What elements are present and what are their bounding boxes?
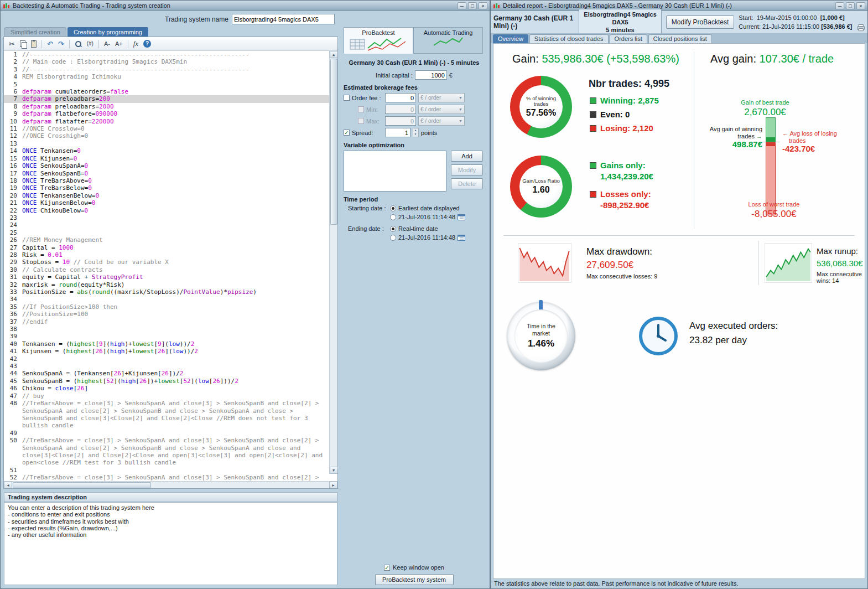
code-line[interactable]: 38 (4, 326, 329, 333)
code-line[interactable]: 41Kijunsen = (highest[26](high)+lowest[2… (4, 348, 329, 355)
code-line[interactable]: 12//ONCE Crosshigh=0 (4, 132, 329, 140)
code-line[interactable]: 24 (4, 221, 329, 229)
min-fee-checkbox[interactable] (358, 106, 364, 112)
code-line[interactable]: 28Risk = 0.01 (4, 251, 329, 259)
code-area[interactable]: 1//-------------------------------------… (4, 51, 337, 481)
maximize-icon[interactable]: □ (468, 2, 477, 9)
code-line[interactable]: 33PositionSize = abs(round((maxrisk/Stop… (4, 288, 329, 296)
cut-icon[interactable]: ✂ (9, 40, 15, 48)
code-line[interactable]: 29StopLoss = 10 // Could be our variable… (4, 259, 329, 266)
code-line[interactable]: 44SenkouSpanA = (Tenkansen[26]+Kijunsen[… (4, 370, 329, 377)
order-fee-input[interactable] (385, 93, 416, 102)
decrease-font-icon[interactable]: A- (104, 41, 110, 47)
code-line[interactable]: 49 (4, 430, 329, 437)
code-line[interactable]: 40Tenkansen = (highest[9](high)+lowest[9… (4, 340, 329, 348)
description-textarea[interactable]: You can enter a description of this trad… (4, 502, 337, 585)
code-line[interactable]: 19ONCE TreBarsBelow=0 (4, 184, 329, 192)
code-line[interactable]: 22ONCE ChikouBelow=0 (4, 207, 329, 214)
min-fee-unit-dropdown[interactable]: € / order▼ (418, 105, 465, 114)
undo-icon[interactable]: ↶ (47, 40, 53, 48)
close-icon[interactable]: × (856, 2, 865, 9)
code-line[interactable]: 16ONCE SenkouSpanA=0 (4, 162, 329, 169)
tab-statistics-of-closed-trades[interactable]: Statistics of closed trades (529, 34, 609, 43)
code-line[interactable]: 36//PositionSize=100 (4, 311, 329, 318)
replace-icon[interactable]: (#) (87, 41, 93, 46)
code-line[interactable]: 51 (4, 467, 329, 474)
code-line[interactable]: 8defparam preloadbars=2000 (4, 103, 329, 110)
code-line[interactable]: 21ONCE KijunsenBelow=0 (4, 199, 329, 206)
code-line[interactable]: 7defparam preloadbars=200 (4, 95, 329, 102)
code-line[interactable]: 15ONCE Kijunsen=0 (4, 155, 329, 162)
code-line[interactable]: 39 (4, 333, 329, 340)
code-line[interactable]: 26//REM Money Management (4, 236, 329, 244)
maximize-icon[interactable]: □ (846, 2, 855, 9)
code-line[interactable]: 50//TreBarsAbove = close[3] > SenkouSpan… (4, 437, 329, 467)
code-line[interactable]: 1//-------------------------------------… (4, 51, 329, 58)
print-icon[interactable] (857, 24, 865, 32)
spread-input[interactable] (385, 128, 410, 137)
order-fee-unit-dropdown[interactable]: € / order▼ (418, 93, 465, 102)
tab-probacktest[interactable]: ProBacktest (344, 27, 413, 54)
copy-icon[interactable] (20, 40, 26, 48)
code-line[interactable]: 25 (4, 229, 329, 236)
code-line[interactable]: 32maxrisk = round(equity*Risk) (4, 281, 329, 288)
modify-probacktest-button[interactable]: Modify ProBacktest (666, 16, 734, 29)
code-line[interactable]: 27Capital = 1000 (4, 244, 329, 251)
paste-icon[interactable] (31, 40, 37, 48)
code-line[interactable]: 20ONCE TenkansenBelow=0 (4, 192, 329, 199)
tab-simplified-creation[interactable]: Simplified creation (4, 27, 66, 37)
ending-realtime-radio[interactable] (390, 226, 396, 232)
code-line[interactable]: 4REM Elsborgtrading Ichimoku (4, 73, 329, 80)
code-line[interactable]: 18ONCE TreBarsAbove=0 (4, 177, 329, 184)
code-line[interactable]: 45SenkouSpanB = (highest[52](high[26])+l… (4, 378, 329, 385)
code-line[interactable]: 10defparam flatafter=220000 (4, 118, 329, 125)
scroll-left-icon[interactable]: ◄ (4, 482, 12, 489)
min-fee-input[interactable] (385, 105, 416, 114)
variable-optimization-list[interactable] (344, 151, 446, 192)
code-line[interactable]: 6defparam cumulateorders=false (4, 88, 329, 95)
minimize-icon[interactable]: ─ (835, 2, 844, 9)
scroll-down-icon[interactable]: ▼ (330, 467, 338, 474)
spread-stepper[interactable]: ▲▼ (413, 128, 419, 137)
code-line[interactable]: 11//ONCE Crosslow=0 (4, 125, 329, 132)
delete-button[interactable]: Delete (451, 178, 483, 189)
help-icon[interactable]: ? (143, 40, 151, 48)
code-line[interactable]: 43 (4, 363, 329, 370)
code-line[interactable]: 37//endif (4, 318, 329, 326)
code-line[interactable]: 23 (4, 214, 329, 221)
probacktest-my-system-button[interactable]: ProBacktest my system (375, 574, 454, 585)
hscrollbar-thumb[interactable] (13, 482, 151, 488)
search-icon[interactable] (75, 40, 82, 48)
code-line[interactable]: 2// Main code : Elsborgtrading 5magics D… (4, 58, 329, 65)
scroll-right-icon[interactable]: ► (329, 482, 337, 489)
calendar-icon[interactable] (458, 214, 465, 220)
code-line[interactable]: 9defparam flatbefore=090000 (4, 110, 329, 117)
redo-icon[interactable]: ↷ (58, 40, 64, 48)
description-header[interactable]: Trading system description (4, 492, 337, 502)
close-icon[interactable]: × (479, 2, 487, 9)
tab-automatic-trading[interactable]: Automatic Trading (413, 27, 483, 54)
code-line[interactable]: 30// Calculate contracts (4, 266, 329, 273)
horizontal-scrollbar[interactable]: ◄ ► (4, 481, 337, 488)
scroll-up-icon[interactable]: ▲ (330, 51, 338, 58)
code-line[interactable]: 42 (4, 355, 329, 363)
code-line[interactable]: 47// buy (4, 392, 329, 400)
max-fee-unit-dropdown[interactable]: € / order▼ (418, 116, 465, 126)
increase-font-icon[interactable]: A+ (115, 41, 123, 47)
tab-creation-by-programming[interactable]: Creation by programming (67, 27, 148, 37)
code-line[interactable]: 52//TreBarsAbove = close[3] > SenkouSpan… (4, 474, 329, 481)
code-line[interactable]: 48//TreBarsAbove = close[3] > SenkouSpan… (4, 400, 329, 430)
code-line[interactable]: 35//If PositionSize>100 then (4, 303, 329, 311)
order-fee-checkbox[interactable] (344, 95, 350, 101)
starting-earliest-radio[interactable] (390, 205, 396, 211)
tab-overview[interactable]: Overview (493, 34, 528, 43)
code-line[interactable]: 5 (4, 81, 329, 88)
insert-function-icon[interactable]: fx (133, 39, 138, 48)
vertical-scrollbar[interactable]: ▲ ▼ (329, 51, 337, 474)
calendar-icon[interactable] (458, 234, 465, 241)
ending-date-radio[interactable] (390, 235, 396, 241)
tab-orders-list[interactable]: Orders list (610, 34, 647, 43)
add-button[interactable]: Add (451, 151, 483, 162)
tab-closed-positions-list[interactable]: Closed positions list (648, 34, 712, 43)
code-line[interactable]: 46Chikou = close[26] (4, 385, 329, 392)
